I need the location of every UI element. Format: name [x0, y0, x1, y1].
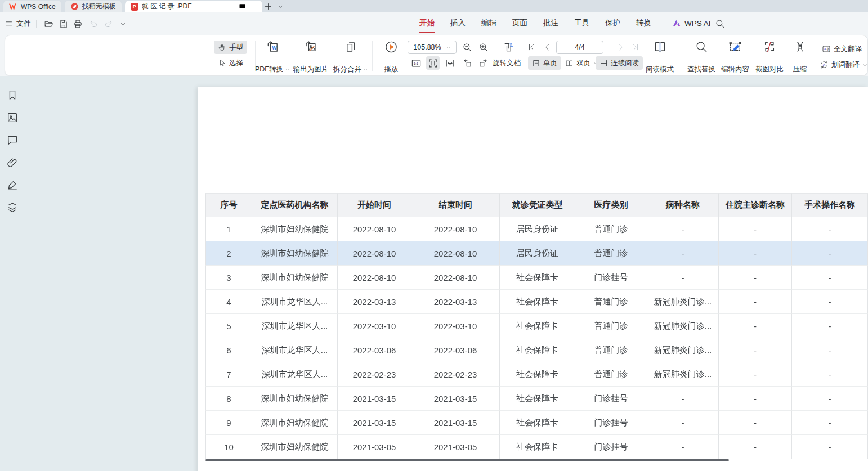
undo-button[interactable]	[88, 18, 99, 29]
column-header: 病种名称	[647, 193, 719, 217]
svg-text:W: W	[272, 45, 277, 51]
table-row: 7深圳市龙华区人...2022-02-232022-02-23社会保障卡普通门诊…	[205, 362, 868, 387]
edit-content-button[interactable]: 编辑内容	[719, 39, 751, 74]
pdf-convert-icon: W	[266, 40, 280, 54]
hand-tool-button[interactable]: 手型	[214, 41, 247, 54]
menu-tab-转换[interactable]: 转换	[628, 12, 659, 35]
document-area[interactable]: 序号定点医药机构名称开始时间结束时间就诊凭证类型医疗类别病种名称住院主诊断名称手…	[25, 76, 868, 471]
table-cell: 2022-03-10	[338, 314, 411, 338]
full-translate-label: 全文翻译	[834, 44, 862, 54]
screenshot-compare-icon	[763, 40, 776, 53]
file-menu-button[interactable]: 文件	[5, 17, 31, 30]
last-page-button[interactable]	[629, 41, 642, 54]
search-icon[interactable]	[715, 19, 725, 29]
open-file-button[interactable]	[43, 18, 54, 29]
redo-button[interactable]	[102, 18, 114, 29]
zoom-out-icon	[462, 42, 472, 52]
menu-tab-批注[interactable]: 批注	[535, 12, 566, 35]
comments-icon[interactable]	[6, 134, 19, 146]
screenshot-compare-button[interactable]: 截图对比	[753, 39, 786, 74]
first-page-button[interactable]	[525, 41, 538, 54]
table-cell: 2022-08-10	[338, 241, 411, 266]
wps-ai-button[interactable]: WPS AI	[672, 12, 711, 34]
chevron-down-icon	[363, 67, 368, 72]
pdf-convert-label: PDF转换	[255, 65, 283, 74]
table-cell: -	[792, 411, 868, 435]
book-open-icon	[653, 40, 667, 54]
redo-icon	[104, 19, 113, 29]
table-cell: 普通门诊	[575, 314, 647, 338]
table-cell: 深圳市龙华区人...	[252, 314, 338, 338]
attachments-icon[interactable]	[6, 156, 19, 169]
fit-page-button[interactable]	[426, 56, 440, 70]
rotate-left-button[interactable]	[460, 56, 474, 70]
table-cell: -	[719, 435, 792, 459]
table-row: 1深圳市妇幼保健院2022-08-102022-08-10居民身份证普通门诊--…	[205, 217, 868, 241]
word-translate-button[interactable]: A 划词翻译	[816, 58, 868, 71]
layers-icon[interactable]	[6, 201, 19, 213]
full-translate-button[interactable]: A 字 全文翻译	[818, 42, 866, 56]
quickbar-chevron[interactable]	[117, 18, 128, 29]
next-page-button[interactable]	[614, 41, 628, 54]
zoom-in-button[interactable]	[477, 41, 490, 54]
zoom-out-button[interactable]	[460, 41, 474, 54]
split-merge-button[interactable]: 拆分合并	[331, 39, 370, 74]
table-cell: 社会保障卡	[500, 290, 575, 314]
tab-document-pdf[interactable]: P 就 医 记 录 .PDF	[125, 1, 262, 12]
monitor-icon[interactable]	[238, 2, 247, 11]
table-cell: 深圳市龙华区人...	[252, 362, 338, 387]
table-cell: 普通门诊	[575, 338, 647, 362]
export-image-label: 输出为图片	[293, 65, 329, 74]
table-cell: -	[792, 241, 868, 266]
table-cell: -	[719, 217, 792, 241]
table-cell: -	[792, 435, 868, 459]
tab-list-chevron[interactable]	[275, 1, 287, 12]
compress-button[interactable]: 压缩	[791, 39, 809, 74]
continuous-read-button[interactable]: 连续阅读	[596, 56, 643, 70]
actual-size-button[interactable]: 1:1	[409, 56, 423, 70]
menu-tab-插入[interactable]: 插入	[442, 12, 473, 35]
play-button[interactable]: 播放	[382, 39, 401, 74]
menu-tab-页面[interactable]: 页面	[504, 12, 535, 35]
single-page-button[interactable]: 单页	[528, 56, 561, 70]
column-header: 医疗类别	[575, 193, 647, 217]
tab-wps-office[interactable]: WPS Office	[3, 1, 61, 12]
wps-ai-icon	[672, 19, 681, 28]
select-tool-button[interactable]: 选择	[214, 56, 247, 70]
compress-icon	[793, 40, 807, 53]
folder-open-icon	[44, 19, 53, 29]
rotate-right-button[interactable]	[477, 56, 490, 70]
find-replace-button[interactable]: 查找替换	[685, 39, 718, 74]
menu-tab-编辑[interactable]: 编辑	[473, 12, 504, 35]
table-cell: 3	[205, 266, 252, 290]
undo-icon	[89, 19, 99, 29]
previous-page-button[interactable]	[540, 41, 554, 54]
page-thumbnails-icon[interactable]	[6, 111, 19, 124]
previous-page-icon	[543, 43, 551, 51]
bookmarks-icon[interactable]	[6, 89, 19, 101]
table-cell: 门诊挂号	[575, 411, 647, 435]
save-button[interactable]	[57, 18, 69, 29]
tab-label: WPS Office	[21, 3, 56, 11]
print-button[interactable]	[72, 18, 83, 29]
fit-width-button[interactable]	[443, 56, 457, 70]
word-translate-icon: A	[820, 60, 829, 69]
menu-tab-开始[interactable]: 开始	[411, 12, 442, 35]
new-tab-button[interactable]	[262, 1, 275, 12]
divider	[36, 20, 37, 28]
export-image-button[interactable]: 输出为图片	[291, 39, 331, 74]
zoom-level-combobox[interactable]: 105.88%	[408, 41, 457, 54]
table-cell: 深圳市妇幼保健院	[252, 411, 338, 435]
read-mode-button[interactable]: 阅读模式	[643, 39, 676, 74]
rotate-doc-button[interactable]: 旋转文档	[493, 56, 521, 70]
divider	[684, 41, 684, 71]
close-tab-icon[interactable]	[250, 3, 257, 10]
pdf-convert-button[interactable]: W PDF转换	[253, 39, 292, 74]
table-cell: 2021-03-05	[411, 435, 500, 459]
swap-pages-button[interactable]	[502, 41, 515, 54]
menu-tab-工具[interactable]: 工具	[566, 12, 597, 35]
tab-docer-templates[interactable]: 找稻壳模板	[65, 1, 122, 12]
signature-pen-icon[interactable]	[6, 179, 19, 191]
page-number-input[interactable]	[556, 41, 603, 54]
menu-tab-保护[interactable]: 保护	[597, 12, 628, 35]
